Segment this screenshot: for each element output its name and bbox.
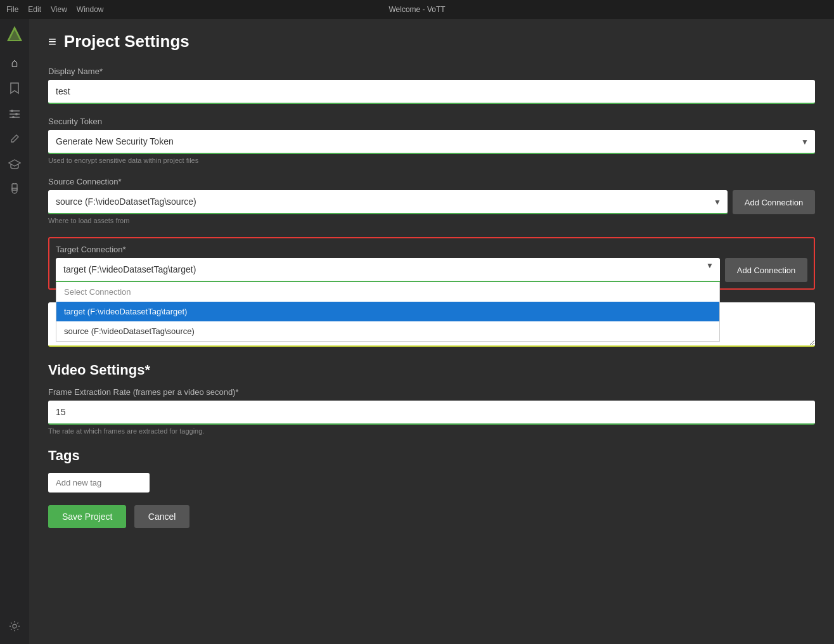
security-token-hint: Used to encrypt sensitive data within pr… — [48, 157, 815, 164]
sidebar-item-settings[interactable] — [3, 615, 26, 638]
source-connection-wrapper: source (F:\videoDatasetTag\source) ▼ Add… — [48, 190, 815, 214]
display-name-section: Display Name* — [48, 67, 815, 104]
sidebar-item-bookmark[interactable] — [3, 77, 26, 100]
video-settings-section: Video Settings* Frame Extraction Rate (f… — [48, 362, 815, 435]
target-connection-section: Target Connection* target (F:\videoDatas… — [48, 237, 815, 290]
menu-file[interactable]: File — [6, 5, 18, 14]
tags-input[interactable] — [48, 473, 150, 493]
title-bar: File Edit View Window Welcome - VoTT — [0, 0, 834, 19]
sidebar-item-plugin[interactable] — [3, 178, 26, 201]
tags-section: Tags — [48, 448, 815, 493]
sidebar-item-home[interactable]: ⌂ — [3, 51, 26, 74]
source-connection-section: Source Connection* source (F:\videoDatas… — [48, 177, 815, 224]
source-connection-select-container: source (F:\videoDatasetTag\source) ▼ — [48, 190, 728, 214]
sidebar-item-graduate[interactable] — [3, 153, 26, 176]
target-connection-label: Target Connection* — [56, 245, 807, 254]
source-connection-label: Source Connection* — [48, 177, 815, 186]
target-connection-option-placeholder[interactable]: Select Connection — [56, 282, 719, 302]
source-connection-select[interactable]: source (F:\videoDatasetTag\source) — [48, 190, 728, 214]
target-connection-selected[interactable]: target (F:\videoDatasetTag\target) — [56, 258, 720, 282]
svg-point-12 — [13, 624, 16, 628]
tags-heading: Tags — [48, 448, 815, 464]
sidebar: ⌂ — [0, 19, 29, 644]
page-header-icon: ≡ — [48, 34, 56, 50]
display-name-input[interactable] — [48, 80, 815, 104]
source-add-connection-button[interactable]: Add Connection — [733, 190, 815, 214]
main-content: ≡ Project Settings Display Name* Securit… — [29, 19, 834, 644]
menu-view[interactable]: View — [51, 5, 67, 14]
target-connection-dropdown-list: Select Connection target (F:\videoDatase… — [56, 282, 720, 342]
save-project-button[interactable]: Save Project — [48, 505, 126, 528]
app-layout: ⌂ — [0, 19, 834, 644]
svg-rect-9 — [12, 184, 17, 190]
display-name-label: Display Name* — [48, 67, 815, 76]
svg-point-5 — [11, 110, 13, 112]
action-buttons: Save Project Cancel — [48, 505, 815, 528]
sidebar-item-edit[interactable] — [3, 127, 26, 150]
target-connection-wrapper: target (F:\videoDatasetTag\target) ▼ Sel… — [56, 258, 807, 282]
target-add-connection-button[interactable]: Add Connection — [725, 258, 807, 282]
svg-point-7 — [12, 116, 15, 118]
frame-rate-hint: The rate at which frames are extracted f… — [48, 427, 815, 435]
svg-point-6 — [15, 113, 18, 115]
security-token-select-container: Generate New Security Token ▼ — [48, 130, 815, 154]
security-token-select[interactable]: Generate New Security Token — [48, 130, 815, 154]
security-token-section: Security Token Generate New Security Tok… — [48, 117, 815, 164]
menu-bar[interactable]: File Edit View Window — [6, 5, 104, 14]
target-connection-dropdown-container[interactable]: target (F:\videoDatasetTag\target) ▼ Sel… — [56, 258, 720, 282]
target-connection-option-source[interactable]: source (F:\videoDatasetTag\source) — [56, 321, 719, 341]
page-header: ≡ Project Settings — [48, 32, 815, 51]
window-title: Welcome - VoTT — [388, 5, 445, 14]
security-token-wrapper: Generate New Security Token ▼ — [48, 130, 815, 154]
source-connection-hint: Where to load assets from — [48, 217, 815, 224]
video-settings-heading: Video Settings* — [48, 362, 815, 378]
target-connection-option-target[interactable]: target (F:\videoDatasetTag\target) — [56, 302, 719, 321]
menu-window[interactable]: Window — [77, 5, 104, 14]
frame-rate-label: Frame Extraction Rate (frames per a vide… — [48, 387, 815, 397]
security-token-label: Security Token — [48, 117, 815, 126]
page-title: Project Settings — [64, 32, 189, 51]
menu-edit[interactable]: Edit — [28, 5, 41, 14]
sidebar-item-sliders[interactable] — [3, 102, 26, 125]
cancel-button[interactable]: Cancel — [134, 505, 190, 528]
frame-rate-input[interactable] — [48, 401, 815, 425]
app-logo — [3, 22, 26, 45]
